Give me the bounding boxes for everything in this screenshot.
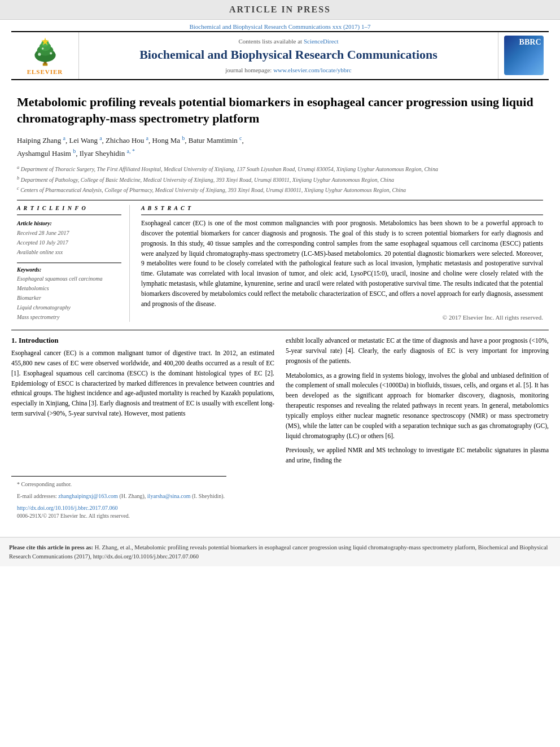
elsevier-tree-icon bbox=[25, 36, 65, 67]
email-label: E-mail addresses: bbox=[17, 493, 57, 499]
article-info-heading: A R T I C L E I N F O bbox=[17, 205, 121, 211]
copyright-line: © 2017 Elsevier Inc. All rights reserved… bbox=[141, 314, 543, 321]
bbrc-label: BBRC bbox=[519, 38, 541, 46]
author-3: Zhichao Hou a bbox=[106, 136, 148, 145]
sciencedirect-label: Contents lists available at bbox=[238, 38, 302, 45]
keyword-4: Liquid chromatography bbox=[17, 303, 121, 312]
elsevier-logo-area: ELSEVIER bbox=[11, 32, 79, 79]
elsevier-logo: ELSEVIER bbox=[25, 36, 65, 75]
email-2-link[interactable]: ilyarsha@sina.com bbox=[147, 493, 191, 499]
doi-link-area: http://dx.doi.org/10.1016/j.bbrc.2017.07… bbox=[17, 505, 543, 511]
footnote-corresponding: * Corresponding author. bbox=[17, 480, 543, 488]
body-right-para-3: Previously, we applied NMR and MS techno… bbox=[286, 445, 549, 466]
affil-a: a Department of Thoracic Surgery, The Fi… bbox=[17, 164, 543, 173]
affil-c: c Centers of Pharmaceutical Analysis, Co… bbox=[17, 185, 543, 194]
citation-label: Please cite this article in press as: bbox=[9, 544, 93, 551]
sciencedirect-link[interactable]: ScienceDirect bbox=[304, 38, 339, 45]
body-right-para-2: Metabolomics, as a growing field in syst… bbox=[286, 371, 549, 442]
article-history: Article history: Received 28 June 2017 A… bbox=[17, 219, 121, 257]
article-title: Metabolomic profiling reveals potential … bbox=[11, 94, 549, 127]
bbrc-logo: BBRC bbox=[504, 36, 544, 75]
accepted-date: Accepted 10 July 2017 bbox=[17, 238, 121, 247]
abstract-col: A B S T R A C T Esophageal cancer (EC) i… bbox=[141, 205, 543, 322]
divider-1 bbox=[17, 200, 543, 200]
journal-header-center: Contents lists available at ScienceDirec… bbox=[79, 32, 498, 79]
email-2-name: (I. Sheyhidin). bbox=[192, 493, 225, 499]
homepage-link[interactable]: www.elsevier.com/locate/ybbrc bbox=[273, 67, 352, 73]
keyword-5: Mass spectrometry bbox=[17, 312, 121, 322]
svg-point-7 bbox=[50, 52, 52, 54]
article-in-press-banner: ARTICLE IN PRESS bbox=[0, 0, 560, 20]
journal-citation: Biochemical and Biophysical Research Com… bbox=[189, 23, 370, 30]
banner-text: ARTICLE IN PRESS bbox=[229, 5, 331, 14]
divider-info bbox=[17, 215, 121, 215]
journal-title: Biochemical and Biophysical Research Com… bbox=[139, 47, 438, 63]
copyright-bottom: 0006-291X/© 2017 Elsevier Inc. All right… bbox=[17, 513, 543, 519]
body-left-para-1: Esophageal cancer (EC) is a common malig… bbox=[11, 348, 274, 419]
article-info-abstract: A R T I C L E I N F O Article history: R… bbox=[17, 205, 543, 322]
article-info-col: A R T I C L E I N F O Article history: R… bbox=[17, 205, 130, 322]
keyword-3: Biomarker bbox=[17, 293, 121, 303]
keyword-2: Metabolomics bbox=[17, 283, 121, 293]
author-7: Ilyar Sheyhidin a, * bbox=[80, 149, 135, 158]
divider-abstract bbox=[141, 215, 543, 215]
corresponding-label: * Corresponding author. bbox=[17, 481, 72, 487]
doi-link[interactable]: http://dx.doi.org/10.1016/j.bbrc.2017.07… bbox=[17, 505, 117, 511]
divider-footnote bbox=[11, 476, 226, 477]
svg-point-8 bbox=[42, 47, 43, 49]
email-1-link[interactable]: zhanghaipingxj@163.com bbox=[58, 493, 118, 499]
section-1-title: 1. Introduction bbox=[11, 336, 274, 345]
abstract-text: Esophageal cancer (EC) is one of the mos… bbox=[141, 219, 543, 309]
keyword-1: Esophageal squamous cell carcinoma bbox=[17, 274, 121, 283]
svg-point-6 bbox=[38, 53, 41, 55]
body-two-col: 1. Introduction Esophageal cancer (EC) i… bbox=[11, 336, 549, 470]
bbrc-logo-area: BBRC bbox=[498, 32, 549, 79]
available-date: Available online xxx bbox=[17, 247, 121, 257]
keywords-section: Keywords: Esophageal squamous cell carci… bbox=[17, 267, 121, 322]
body-right-col: exhibit locally advanced or metastatic E… bbox=[286, 336, 549, 470]
keywords-label: Keywords: bbox=[17, 267, 121, 273]
main-content: Metabolomic profiling reveals potential … bbox=[11, 80, 549, 526]
homepage-label: journal homepage: bbox=[225, 67, 272, 73]
footnote-emails: E-mail addresses: zhanghaipingxj@163.com… bbox=[17, 492, 543, 500]
affil-b: b Department of Pathology, College of Ba… bbox=[17, 175, 543, 184]
author-1: Haiping Zhang a bbox=[17, 136, 65, 145]
journal-header-link: Biochemical and Biophysical Research Com… bbox=[0, 20, 560, 31]
journal-homepage: journal homepage: www.elsevier.com/locat… bbox=[225, 67, 352, 73]
body-right-para-1: exhibit locally advanced or metastatic E… bbox=[286, 336, 549, 366]
sciencedirect-line: Contents lists available at ScienceDirec… bbox=[238, 38, 338, 45]
abstract-heading: A B S T R A C T bbox=[141, 205, 543, 211]
footer-citation: Please cite this article in press as: H.… bbox=[0, 537, 560, 567]
history-label: Article history: bbox=[17, 219, 121, 228]
affiliations: a Department of Thoracic Surgery, The Fi… bbox=[17, 164, 543, 194]
received-date: Received 28 June 2017 bbox=[17, 228, 121, 238]
divider-keywords bbox=[17, 263, 121, 263]
email-1-name: (H. Zhang), bbox=[119, 493, 146, 499]
section-title-text: Introduction bbox=[19, 336, 59, 344]
section-number: 1. bbox=[11, 336, 17, 344]
journal-header: ELSEVIER Contents lists available at Sci… bbox=[11, 31, 549, 80]
author-6: Ayshamgul Hasim b bbox=[17, 149, 76, 158]
author-5: Batur Mamtimin c bbox=[189, 136, 242, 145]
body-left-col: 1. Introduction Esophageal cancer (EC) i… bbox=[11, 336, 274, 470]
authors-line: Haiping Zhang a, Lei Wang a, Zhichao Hou… bbox=[17, 134, 543, 160]
author-2: Lei Wang a bbox=[69, 136, 102, 145]
divider-body bbox=[11, 330, 549, 330]
author-4: Hong Ma b bbox=[152, 136, 185, 145]
elsevier-label: ELSEVIER bbox=[27, 68, 63, 75]
